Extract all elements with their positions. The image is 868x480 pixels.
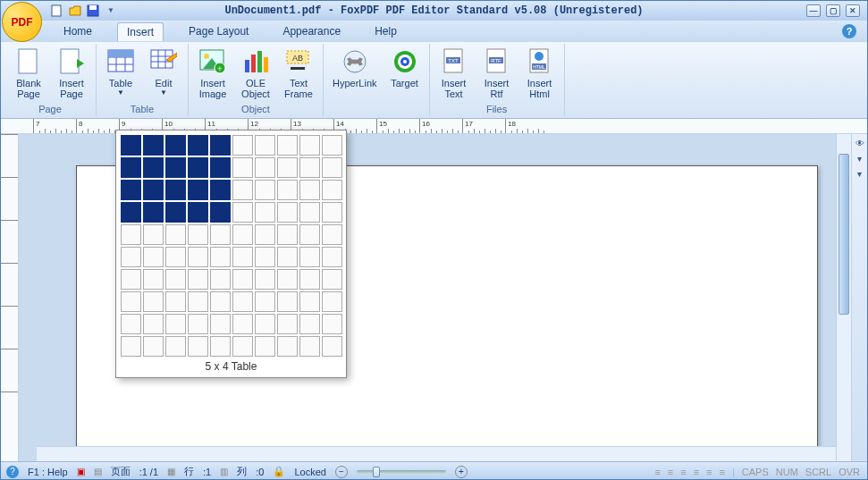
target-button[interactable]: Target	[386, 46, 424, 90]
table-cell[interactable]	[232, 314, 253, 334]
close-button[interactable]: ✕	[846, 4, 860, 17]
vertical-scrollbar[interactable]	[836, 134, 851, 461]
zoom-slider[interactable]	[357, 470, 446, 474]
table-cell[interactable]	[121, 336, 141, 357]
align-bottom-icon[interactable]: ≡	[720, 467, 725, 477]
table-cell[interactable]	[322, 180, 342, 200]
table-cell[interactable]	[165, 202, 186, 223]
table-cell[interactable]	[165, 291, 186, 312]
tab-page-layout[interactable]: Page Layout	[180, 22, 257, 40]
eye-icon[interactable]: 👁	[854, 137, 866, 149]
align-middle-icon[interactable]: ≡	[706, 467, 712, 477]
table-cell[interactable]	[210, 336, 231, 357]
table-cell[interactable]	[277, 314, 298, 334]
table-cell[interactable]	[277, 157, 298, 178]
lock-icon[interactable]: 🔒	[273, 466, 285, 477]
table-cell[interactable]	[121, 314, 141, 334]
table-cell[interactable]	[143, 202, 164, 223]
status-pdf-icon[interactable]: ▣	[77, 467, 85, 476]
table-cell[interactable]	[121, 157, 141, 178]
tab-help[interactable]: Help	[366, 22, 406, 40]
table-cell[interactable]	[322, 247, 342, 267]
table-cell[interactable]	[255, 247, 275, 267]
table-cell[interactable]	[255, 314, 275, 334]
arrow-down-icon[interactable]: ▾	[854, 152, 866, 164]
table-cell[interactable]	[188, 269, 208, 290]
blank-page-button[interactable]: Blank Page	[10, 46, 47, 101]
table-cell[interactable]	[143, 314, 164, 334]
table-cell[interactable]	[277, 180, 298, 200]
table-cell[interactable]	[232, 157, 253, 178]
table-cell[interactable]	[299, 247, 320, 267]
table-cell[interactable]	[232, 247, 253, 267]
status-info-icon[interactable]: ?	[6, 466, 19, 478]
table-cell[interactable]	[232, 180, 253, 200]
table-cell[interactable]	[165, 135, 186, 156]
table-cell[interactable]	[255, 224, 275, 245]
table-cell[interactable]	[121, 291, 141, 312]
table-cell[interactable]	[210, 157, 231, 178]
minimize-button[interactable]: —	[806, 4, 821, 17]
table-cell[interactable]	[210, 291, 231, 312]
table-cell[interactable]	[143, 247, 164, 267]
zoom-out-icon[interactable]: −	[335, 466, 348, 478]
table-cell[interactable]	[277, 135, 298, 156]
table-cell[interactable]	[121, 224, 141, 245]
table-cell[interactable]	[322, 269, 342, 290]
table-cell[interactable]	[165, 269, 186, 290]
tab-home[interactable]: Home	[55, 22, 101, 40]
table-cell[interactable]	[255, 291, 275, 312]
app-orb-icon[interactable]: PDF	[2, 2, 42, 42]
table-cell[interactable]	[188, 135, 208, 156]
text-frame-button[interactable]: AB Text Frame	[280, 46, 317, 101]
table-cell[interactable]	[210, 269, 231, 290]
table-cell[interactable]	[188, 202, 208, 223]
table-cell[interactable]	[165, 336, 186, 357]
table-cell[interactable]	[277, 336, 298, 357]
insert-rtf-button[interactable]: RTF Insert Rtf	[478, 46, 516, 101]
table-cell[interactable]	[255, 269, 275, 290]
table-cell[interactable]	[210, 224, 231, 245]
table-cell[interactable]	[232, 291, 253, 312]
table-cell[interactable]	[188, 180, 208, 200]
table-cell[interactable]	[255, 157, 275, 178]
edit-button[interactable]: Edit ▼	[145, 46, 182, 98]
align-right-icon[interactable]: ≡	[680, 467, 686, 477]
table-button[interactable]: Table ▼	[102, 46, 139, 98]
table-cell[interactable]	[322, 291, 342, 312]
table-cell[interactable]	[277, 202, 298, 223]
table-cell[interactable]	[210, 135, 231, 156]
help-icon[interactable]: ?	[842, 24, 856, 38]
table-cell[interactable]	[255, 336, 275, 357]
table-cell[interactable]	[210, 314, 231, 334]
table-cell[interactable]	[143, 135, 164, 156]
table-cell[interactable]	[121, 247, 141, 267]
table-cell[interactable]	[143, 269, 164, 290]
insert-image-button[interactable]: + Insert Image	[194, 46, 232, 101]
table-cell[interactable]	[165, 314, 186, 334]
table-cell[interactable]	[143, 157, 164, 178]
table-cell[interactable]	[255, 135, 275, 156]
table-cell[interactable]	[121, 269, 141, 290]
table-cell[interactable]	[277, 247, 298, 267]
table-cell[interactable]	[299, 135, 320, 156]
table-cell[interactable]	[232, 202, 253, 223]
table-cell[interactable]	[232, 269, 253, 290]
table-cell[interactable]	[188, 291, 208, 312]
table-cell[interactable]	[165, 224, 186, 245]
align-left-icon[interactable]: ≡	[654, 467, 660, 477]
horizontal-scrollbar[interactable]	[37, 446, 836, 461]
table-cell[interactable]	[277, 269, 298, 290]
tab-appearance[interactable]: Appearance	[274, 22, 350, 40]
table-cell[interactable]	[210, 202, 231, 223]
maximize-button[interactable]: ▢	[826, 4, 840, 17]
insert-page-button[interactable]: Insert Page	[53, 46, 90, 101]
table-cell[interactable]	[232, 135, 253, 156]
align-top-icon[interactable]: ≡	[694, 467, 699, 477]
table-cell[interactable]	[322, 224, 342, 245]
table-cell[interactable]	[322, 157, 342, 178]
status-grid-icon[interactable]: ▦	[167, 467, 175, 476]
arrow-down2-icon[interactable]: ▾	[854, 167, 866, 180]
table-cell[interactable]	[210, 180, 231, 200]
zoom-in-icon[interactable]: +	[455, 466, 468, 478]
